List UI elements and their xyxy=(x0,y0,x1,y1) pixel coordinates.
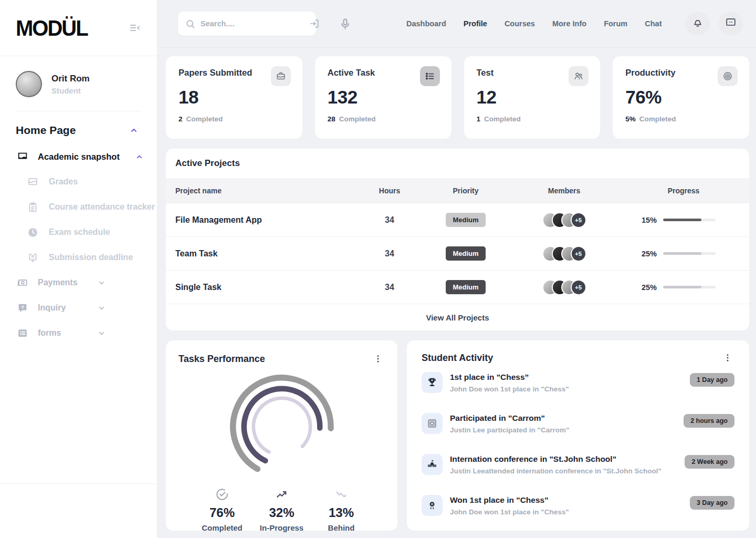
medal-icon xyxy=(422,495,443,516)
chevron-up-icon[interactable] xyxy=(130,126,138,134)
monitor-icon xyxy=(17,151,28,162)
sidebar-item-label: Exam schedule xyxy=(49,227,110,237)
kebab-menu-icon[interactable] xyxy=(721,351,734,365)
tasks-performance-title: Tasks Performance xyxy=(178,354,265,365)
col-members: Members xyxy=(510,187,618,195)
sidebar-item-label: Payments xyxy=(38,278,79,287)
sidebar-item-academic-snapshot[interactable]: Academic snapshot xyxy=(0,144,157,169)
sidebar-item-label: Submission deadline xyxy=(49,253,133,262)
sidebar-item-label: Grades xyxy=(49,177,78,187)
progress-bar xyxy=(663,252,716,255)
members-avatars[interactable]: +5 xyxy=(510,280,618,295)
notifications-button[interactable] xyxy=(686,12,710,36)
school-icon xyxy=(422,454,443,475)
avatar-extra-count: +5 xyxy=(571,246,586,262)
chevron-up-icon[interactable] xyxy=(135,153,143,161)
chevron-down-icon[interactable] xyxy=(98,279,106,287)
task-list-icon xyxy=(420,66,440,86)
sidebar-section-home-page[interactable]: Home Page xyxy=(0,111,157,144)
progress-bar xyxy=(663,219,716,221)
kebab-menu-icon[interactable] xyxy=(371,352,385,366)
activity-item[interactable]: Internation conference in "St.John Schoo… xyxy=(422,454,734,495)
search-input[interactable] xyxy=(201,19,304,28)
nav-link-courses[interactable]: Courses xyxy=(505,19,535,28)
collapse-sidebar-icon[interactable] xyxy=(129,22,141,34)
col-progress: Progress xyxy=(618,187,749,195)
activity-item[interactable]: 1st place in "Chess” John Doe won 1st pl… xyxy=(422,372,734,413)
progress-label: 25% xyxy=(637,250,657,258)
messages-button[interactable] xyxy=(719,12,743,36)
col-priority: Priority xyxy=(421,187,510,195)
project-hours: 34 xyxy=(358,249,421,258)
sidebar-item-forms[interactable]: forms xyxy=(0,320,157,346)
legend-value: 76% xyxy=(193,505,251,520)
sidebar-item-payments[interactable]: Payments xyxy=(0,270,157,295)
avatar-extra-count: +5 xyxy=(571,280,586,295)
tasks-performance-card: Tasks Performance 76% Completed xyxy=(166,340,397,531)
avatar-extra-count: +5 xyxy=(571,212,586,228)
sidebar-item-submission-deadline[interactable]: Submission deadline xyxy=(0,245,157,270)
nav-link-profile[interactable]: Profile xyxy=(464,19,487,28)
chevron-down-icon[interactable] xyxy=(98,329,106,337)
sidebar-item-inquiry[interactable]: ? Inquiry xyxy=(0,295,157,320)
stat-sub-label: Completed xyxy=(484,115,521,123)
stat-sub-value: 2 xyxy=(178,115,183,123)
view-all-projects-link[interactable]: View All Projects xyxy=(166,304,749,330)
stat-sub-label: Completed xyxy=(186,115,223,123)
stats-row: Papers Submitted 18 2Completed Active Ta… xyxy=(166,56,749,139)
active-projects-card: Active Projects Project name Hours Prior… xyxy=(166,149,749,330)
activity-subtitle: Justin Leeattended internation conferenc… xyxy=(450,467,677,475)
legend-value: 32% xyxy=(253,505,311,520)
stat-value: 132 xyxy=(328,87,439,108)
nav-link-forum[interactable]: Forum xyxy=(604,19,627,28)
brand-logo: MODÜL xyxy=(16,15,88,41)
activity-item[interactable]: Won 1st place in "Chess" John Doe won 1s… xyxy=(422,495,734,536)
stat-sub-value: 5% xyxy=(625,115,636,123)
project-name: Single Task xyxy=(166,283,358,292)
legend-label: Completed xyxy=(193,523,251,532)
sidebar-item-exam-schedule[interactable]: Exam schedule xyxy=(0,220,157,245)
user-profile[interactable]: Orit Rom Student xyxy=(0,56,157,111)
progress-cell: 25% xyxy=(618,250,749,258)
grades-icon xyxy=(27,177,38,188)
activity-time-badge: 3 Day ago xyxy=(690,496,734,510)
chevron-down-icon[interactable] xyxy=(98,304,106,312)
sidebar-item-grades[interactable]: Grades xyxy=(0,169,157,194)
priority-badge: Medium xyxy=(446,280,485,294)
table-row[interactable]: Team Task 34 Medium +5 25% xyxy=(166,236,749,270)
legend-value: 13% xyxy=(312,505,370,520)
progress-cell: 25% xyxy=(618,283,749,292)
nav-link-chat[interactable]: Chat xyxy=(645,19,662,28)
members-avatars[interactable]: +5 xyxy=(510,246,618,262)
microphone-icon[interactable] xyxy=(339,18,351,30)
stat-sub-label: Completed xyxy=(639,115,676,123)
legend-behind: 13% Behind xyxy=(312,488,370,532)
sidebar: MODÜL Orit Rom Student Home Page Academi… xyxy=(0,0,158,538)
sidebar-item-label: Inquiry xyxy=(38,303,79,313)
users-icon xyxy=(569,66,589,86)
progress-label: 25% xyxy=(637,283,657,292)
progress-bar xyxy=(663,286,716,288)
activity-item[interactable]: Participated in "Carrom" Justin Lee part… xyxy=(422,413,734,454)
progress-cell: 15% xyxy=(618,216,749,224)
stat-sub-value: 1 xyxy=(477,115,481,123)
search-icon xyxy=(185,19,195,29)
sidebar-item-course-attendance-tracker[interactable]: Course attendance tracker xyxy=(0,194,157,220)
forms-list-icon xyxy=(17,327,28,339)
search-box[interactable] xyxy=(178,12,316,36)
student-activity-title: Student Activity xyxy=(422,353,493,364)
tasks-performance-legend: 76% Completed 32% In-Progress xyxy=(178,488,385,532)
table-row[interactable]: Single Task 34 Medium +5 25% xyxy=(166,270,749,304)
activity-subtitle: John Doe won 1st place in "Chess" xyxy=(450,385,682,393)
stat-card-productivity: Productivity 76% 5%Completed xyxy=(613,56,749,139)
members-avatars[interactable]: +5 xyxy=(510,212,618,228)
legend-label: Behind xyxy=(312,523,370,532)
user-role: Student xyxy=(51,86,90,95)
chat-bubble-icon xyxy=(725,17,737,30)
table-row[interactable]: File Management App 34 Medium +5 15% xyxy=(166,203,749,236)
project-name: File Management App xyxy=(166,215,358,225)
nav-link-more-info[interactable]: More Info xyxy=(552,19,586,28)
submit-search-icon[interactable] xyxy=(309,18,320,29)
nav-link-dashboard[interactable]: Dashboard xyxy=(406,19,446,28)
top-nav: Dashboard Profile Courses More Info Foru… xyxy=(406,19,662,28)
